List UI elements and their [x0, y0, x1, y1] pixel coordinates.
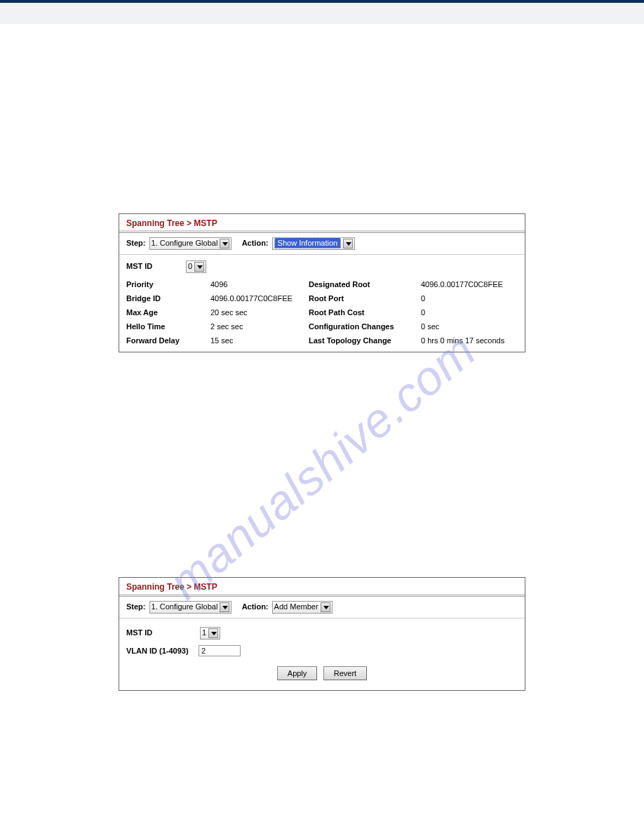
designated-root-value: 4096.0.00177C0C8FEE — [421, 280, 518, 289]
root-path-cost-value: 0 — [421, 308, 518, 317]
action-select[interactable]: Show Information — [272, 237, 356, 250]
mstid-select[interactable]: 0 — [186, 260, 206, 273]
mstid-label: MST ID — [126, 628, 196, 637]
watermark-text: manualshive.com — [159, 322, 486, 610]
max-age-label: Max Age — [126, 308, 210, 317]
action-select-value: Show Information — [274, 237, 342, 249]
apply-button[interactable]: Apply — [277, 666, 318, 680]
vlan-id-input[interactable]: 2 — [199, 645, 241, 656]
step-label: Step: — [126, 602, 146, 611]
mstid-value: 0 — [188, 262, 192, 270]
chevron-down-icon[interactable] — [220, 602, 229, 612]
root-port-value: 0 — [421, 294, 518, 303]
mstp-add-member-panel: Spanning Tree > MSTP Step: 1. Configure … — [119, 577, 525, 691]
step-select-value: 1. Configure Global — [152, 239, 218, 247]
forward-delay-value: 15 sec — [210, 336, 309, 345]
panel2-controls-row: Step: 1. Configure Global Action: Add Me… — [119, 597, 525, 618]
mstid-label: MST ID — [126, 262, 182, 270]
revert-button[interactable]: Revert — [323, 666, 367, 680]
forward-delay-label: Forward Delay — [126, 336, 210, 345]
root-path-cost-label: Root Path Cost — [309, 308, 421, 317]
action-select[interactable]: Add Member — [272, 601, 333, 614]
priority-label: Priority — [126, 280, 210, 289]
mstid-select[interactable]: 1 — [200, 627, 220, 640]
header-band — [0, 3, 644, 24]
mstid-form-row: MST ID 1 — [119, 618, 525, 642]
chevron-down-icon[interactable] — [208, 628, 218, 638]
mstid-value: 1 — [202, 628, 206, 637]
bridge-id-value: 4096.0.00177C0C8FEE — [210, 294, 309, 303]
chevron-down-icon[interactable] — [220, 239, 229, 249]
root-port-label: Root Port — [309, 294, 421, 303]
step-select[interactable]: 1. Configure Global — [149, 601, 232, 614]
mstp-info-panel: Spanning Tree > MSTP Step: 1. Configure … — [119, 213, 525, 352]
priority-value: 4096 — [210, 280, 309, 289]
panel1-title: Spanning Tree > MSTP — [119, 214, 525, 231]
bridge-id-label: Bridge ID — [126, 294, 210, 303]
action-label: Action: — [242, 239, 269, 247]
mstid-row: MST ID 0 — [119, 255, 525, 274]
chevron-down-icon[interactable] — [321, 602, 330, 612]
hello-time-value: 2 sec sec — [210, 322, 309, 331]
step-label: Step: — [126, 239, 146, 247]
button-row: Apply Revert — [119, 659, 525, 690]
action-label: Action: — [242, 602, 269, 611]
max-age-value: 20 sec sec — [210, 308, 309, 317]
chevron-down-icon[interactable] — [343, 239, 353, 249]
last-topology-change-value: 0 hrs 0 mins 17 seconds — [421, 336, 518, 345]
last-topology-change-label: Last Topology Change — [309, 336, 421, 345]
step-select[interactable]: 1. Configure Global — [149, 237, 232, 250]
info-grid: Priority 4096 Designated Root 4096.0.001… — [119, 274, 525, 352]
panel2-title: Spanning Tree > MSTP — [119, 578, 525, 595]
vlan-form-row: VLAN ID (1-4093) 2 — [119, 642, 525, 659]
configuration-changes-label: Configuration Changes — [309, 322, 421, 331]
action-select-value: Add Member — [274, 602, 318, 611]
chevron-down-icon[interactable] — [194, 262, 204, 272]
configuration-changes-value: 0 sec — [421, 322, 518, 331]
vlan-id-label: VLAN ID (1-4093) — [126, 647, 196, 655]
hello-time-label: Hello Time — [126, 322, 210, 331]
designated-root-label: Designated Root — [309, 280, 421, 289]
panel1-controls-row: Step: 1. Configure Global Action: Show I… — [119, 233, 525, 255]
step-select-value: 1. Configure Global — [152, 602, 218, 611]
